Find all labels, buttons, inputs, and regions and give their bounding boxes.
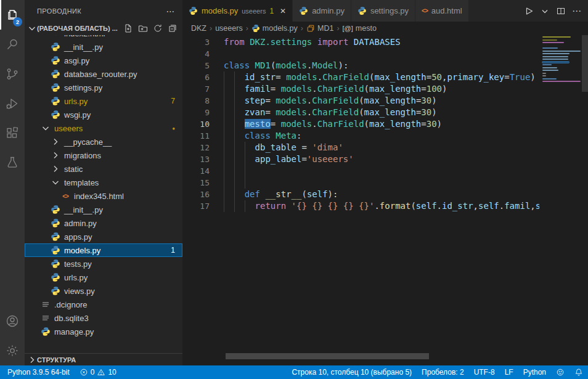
breadcrumb-item-mesto[interactable]: [@]mesto xyxy=(343,24,377,33)
status-cursor-position[interactable]: Строка 10, столбец 10 (выбрано 5) xyxy=(284,365,417,379)
tree-folder-templates[interactable]: templates xyxy=(25,176,182,189)
line-number: 10 xyxy=(182,118,210,130)
status-problems[interactable]: 010 xyxy=(75,365,121,379)
tab-settings.py[interactable]: settings.py xyxy=(351,0,415,22)
tree-file-apps.py[interactable]: apps.py xyxy=(25,230,182,243)
python-file-icon xyxy=(51,232,60,242)
breadcrumb-separator-icon: › xyxy=(246,24,248,33)
workspace-label: (РАБОЧАЯ ОБЛАСТЬ) ... xyxy=(37,25,118,32)
python-file-icon xyxy=(41,327,51,336)
code-line-16[interactable]: 16def __str__(self): xyxy=(182,189,539,200)
status-encoding[interactable]: UTF-8 xyxy=(469,365,500,379)
indent-guide xyxy=(224,189,234,200)
status-eol[interactable]: LF xyxy=(500,365,518,379)
code-line-11[interactable]: 11class Meta: xyxy=(182,130,539,142)
activity-extensions-icon[interactable] xyxy=(0,118,25,148)
status-python-interpreter[interactable]: Python 3.9.5 64-bit xyxy=(0,365,75,379)
activity-run-debug-icon[interactable] xyxy=(0,89,25,118)
tree-file-admin.py[interactable]: admin.py xyxy=(25,216,182,230)
tree-file-wsgi.py[interactable]: wsgi.py xyxy=(25,108,182,121)
explorer-more-actions-icon[interactable]: ⋯ xyxy=(166,6,175,16)
tree-item-label: static xyxy=(64,165,83,174)
tree-folder-static[interactable]: static xyxy=(25,162,182,176)
activity-accounts-icon[interactable] xyxy=(0,306,25,336)
tree-file-tests.py[interactable]: tests.py xyxy=(25,257,182,271)
status-bell-icon[interactable] xyxy=(570,365,588,379)
explorer-header: ПРОВОДНИК ⋯ xyxy=(25,0,182,22)
tree-file-models.py[interactable]: models.py1 xyxy=(25,243,182,257)
code-line-3[interactable]: 3from DKZ.settings import DATABASES xyxy=(182,36,539,48)
tree-item-label: views.py xyxy=(64,287,95,296)
code-line-12[interactable]: 12db_table = 'dima' xyxy=(182,142,539,153)
code-line-7[interactable]: 7famil= models.CharField(max_length=100) xyxy=(182,83,539,95)
line-number: 7 xyxy=(182,83,210,95)
indent-guide xyxy=(245,200,255,212)
breadcrumb-item-MD1[interactable]: MD1 xyxy=(306,24,333,33)
outline-section-header[interactable]: СТРУКТУРА xyxy=(25,353,182,365)
code-line-14[interactable]: 14 xyxy=(182,165,539,177)
python-file-icon xyxy=(51,245,60,255)
code-line-15[interactable]: 15 xyxy=(182,177,539,189)
new-file-icon[interactable] xyxy=(123,23,133,33)
code-line-13[interactable]: 13app_label='useeers' xyxy=(182,153,539,165)
tree-file-asgi.py[interactable]: asgi.py xyxy=(25,54,182,67)
activity-explorer-icon[interactable]: 2 xyxy=(0,0,25,30)
tree-item-label: settings.py xyxy=(64,83,102,92)
status-language-mode[interactable]: Python xyxy=(518,365,551,379)
indent-guide xyxy=(234,83,245,95)
tree-folder-migrations[interactable]: migrations xyxy=(25,149,182,162)
tab-admin.py[interactable]: admin.py xyxy=(293,0,351,22)
split-editor-icon[interactable] xyxy=(556,6,566,16)
code-line-4[interactable]: 4 xyxy=(182,48,539,60)
tab-aud.html[interactable]: <>aud.html xyxy=(415,0,469,22)
refresh-icon[interactable] xyxy=(153,23,163,33)
activity-testing-icon[interactable] xyxy=(0,148,25,177)
tree-file-urls.py[interactable]: urls.py7 xyxy=(25,94,182,108)
horizontal-scrollbar[interactable] xyxy=(226,353,429,359)
tree-folder-__pycache__[interactable]: __pycache__ xyxy=(25,135,182,149)
tree-folder-useeers[interactable]: useeers● xyxy=(25,121,182,135)
vertical-scrollbar[interactable] xyxy=(582,35,588,92)
more-actions-icon[interactable]: ⋯ xyxy=(572,6,582,17)
minimap[interactable] xyxy=(542,36,581,84)
status-feedback-icon[interactable] xyxy=(551,365,570,379)
code-line-10[interactable]: 10mesto= models.CharField(max_length=30) xyxy=(182,118,539,130)
close-icon[interactable]: ✕ xyxy=(280,7,286,15)
tree-file-urls.py[interactable]: urls.py xyxy=(25,271,182,284)
tree-file-.dcignore[interactable]: .dcignore xyxy=(25,298,182,311)
tree-file-manage.py[interactable]: manage.py xyxy=(25,325,182,338)
collapse-all-icon[interactable] xyxy=(168,23,178,33)
code-editor[interactable]: 3from DKZ.settings import DATABASES45cla… xyxy=(182,35,588,365)
tree-file-__init__.py[interactable]: __init__.py xyxy=(25,203,182,216)
code-line-17[interactable]: 17return '{} {} {} {} {}'.format(self.id… xyxy=(182,200,539,212)
code-line-6[interactable]: 6id_str= models.CharField(max_length=50,… xyxy=(182,71,539,83)
status-indentation[interactable]: Пробелов: 2 xyxy=(417,365,469,379)
tab-label: aud.html xyxy=(431,6,462,15)
activity-source-control-icon[interactable] xyxy=(0,59,25,89)
tab-models.py[interactable]: models.pyuseeers1✕ xyxy=(182,0,293,22)
breadcrumb-item-useeers[interactable]: useeers xyxy=(215,24,242,33)
tree-file-__init__.py[interactable]: __init__.py xyxy=(25,40,182,54)
tree-file-database_roouter.py[interactable]: database_roouter.py xyxy=(25,67,182,81)
breadcrumb-item-DKZ[interactable]: DKZ xyxy=(191,24,206,33)
tree-item-label: manage.py xyxy=(54,327,94,336)
code-line-8[interactable]: 8step= models.CharField(max_length=30) xyxy=(182,95,539,107)
line-number: 17 xyxy=(182,200,210,212)
tree-file-views.py[interactable]: views.py xyxy=(25,284,182,298)
problems-badge: 1 xyxy=(171,246,175,255)
activity-search-icon[interactable] xyxy=(0,30,25,59)
code-line-5[interactable]: 5class MD1(models.Model): xyxy=(182,60,539,71)
tree-file-db.sqlite3[interactable]: db.sqlite3 xyxy=(25,311,182,325)
tree-file-index345.html[interactable]: <>index345.html xyxy=(25,189,182,203)
run-icon[interactable] xyxy=(524,6,534,16)
new-folder-icon[interactable] xyxy=(138,23,148,33)
workspace-section-header[interactable]: (РАБОЧАЯ ОБЛАСТЬ) ... xyxy=(25,22,182,35)
activity-settings-icon[interactable] xyxy=(0,336,25,365)
tree-file-settings.py[interactable]: settings.py xyxy=(25,81,182,94)
breadcrumb-item-models.py[interactable]: models.py xyxy=(251,24,298,33)
code-line-9[interactable]: 9zvan= models.CharField(max_length=30) xyxy=(182,107,539,118)
run-dropdown-icon[interactable] xyxy=(540,6,550,16)
tree-item-label: urls.py xyxy=(64,97,88,106)
tree-file-index2.html[interactable]: <>index2.html xyxy=(25,35,182,40)
tree-item-label: templates xyxy=(64,178,99,187)
